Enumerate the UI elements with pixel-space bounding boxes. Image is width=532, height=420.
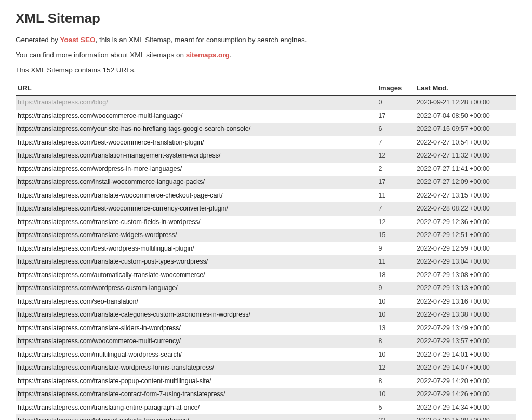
- url-count-line: This XML Sitemap contains 152 URLs.: [16, 66, 516, 74]
- sitemap-url-link[interactable]: https://translatepress.com/install-wooco…: [18, 178, 205, 186]
- sitemap-url-link[interactable]: https://translatepress.com/translate-woo…: [18, 192, 223, 199]
- lastmod-cell: 2022-07-29 13:08 +00:00: [415, 269, 516, 282]
- url-cell: https://translatepress.com/translate-sli…: [16, 322, 376, 335]
- images-cell: 10: [376, 295, 415, 309]
- url-cell: https://translatepress.com/your-site-has…: [16, 123, 376, 136]
- lastmod-cell: 2022-07-28 08:22 +00:00: [415, 202, 516, 216]
- table-row: https://translatepress.com/woocommerce-m…: [16, 335, 516, 348]
- url-cell: https://translatepress.com/blog/: [16, 96, 376, 110]
- sitemap-url-link[interactable]: https://translatepress.com/automatically…: [18, 271, 205, 279]
- lastmod-cell: 2022-07-29 14:07 +00:00: [415, 361, 516, 375]
- table-row: https://translatepress.com/wordpress-in-…: [16, 163, 516, 176]
- sitemap-url-link[interactable]: https://translatepress.com/your-site-has…: [18, 125, 250, 133]
- lastmod-cell: 2022-07-29 14:20 +00:00: [415, 375, 516, 388]
- generated-prefix: Generated by: [16, 36, 60, 44]
- images-cell: 12: [376, 149, 415, 163]
- lastmod-cell: 2022-07-29 15:08 +00:00: [415, 414, 516, 420]
- images-cell: 15: [376, 229, 415, 242]
- sitemap-url-link[interactable]: https://translatepress.com/seo-translati…: [18, 298, 138, 305]
- lastmod-cell: 2022-07-27 12:09 +00:00: [415, 176, 516, 189]
- sitemap-url-link[interactable]: https://translatepress.com/woocommerce-m…: [18, 112, 183, 120]
- sitemap-table: URL Images Last Mod. https://translatepr…: [16, 81, 516, 420]
- url-cell: https://translatepress.com/translation-m…: [16, 149, 376, 163]
- sitemap-url-link[interactable]: https://translatepress.com/wordpress-in-…: [18, 165, 182, 173]
- lastmod-cell: 2022-07-27 11:41 +00:00: [415, 163, 516, 176]
- moreinfo-line: You can find more information about XML …: [16, 51, 516, 59]
- table-row: https://translatepress.com/translate-sli…: [16, 322, 516, 335]
- images-cell: 0: [376, 96, 415, 110]
- generated-by-line: Generated by Yoast SEO, this is an XML S…: [16, 36, 516, 44]
- table-header-row: URL Images Last Mod.: [16, 81, 516, 96]
- sitemap-url-link[interactable]: https://translatepress.com/blog/: [18, 99, 108, 106]
- header-lastmod: Last Mod.: [415, 81, 516, 96]
- table-row: https://translatepress.com/bilingual-web…: [16, 414, 516, 420]
- images-cell: 2: [376, 163, 415, 176]
- yoast-seo-link[interactable]: Yoast SEO: [60, 36, 96, 44]
- moreinfo-prefix: You can find more information about XML …: [16, 51, 186, 59]
- lastmod-cell: 2022-07-29 14:26 +00:00: [415, 388, 516, 401]
- table-row: https://translatepress.com/translate-wor…: [16, 361, 516, 375]
- url-cell: https://translatepress.com/multilingual-…: [16, 348, 376, 362]
- images-cell: 8: [376, 335, 415, 348]
- images-cell: 6: [376, 123, 415, 136]
- table-row: https://translatepress.com/translate-woo…: [16, 189, 516, 203]
- sitemap-url-link[interactable]: https://translatepress.com/best-woocomme…: [18, 139, 204, 146]
- url-cell: https://translatepress.com/seo-translati…: [16, 295, 376, 309]
- sitemap-url-link[interactable]: https://translatepress.com/translate-cat…: [18, 311, 250, 318]
- sitemap-url-link[interactable]: https://translatepress.com/bilingual-web…: [18, 417, 189, 420]
- lastmod-cell: 2022-07-27 11:32 +00:00: [415, 149, 516, 163]
- lastmod-cell: 2022-07-27 10:54 +00:00: [415, 136, 516, 150]
- sitemap-url-link[interactable]: https://translatepress.com/translate-cus…: [18, 218, 201, 226]
- sitemap-url-link[interactable]: https://translatepress.com/best-woocomme…: [18, 205, 228, 212]
- images-cell: 12: [376, 361, 415, 375]
- url-cell: https://translatepress.com/woocommerce-m…: [16, 335, 376, 348]
- lastmod-cell: 2022-07-29 13:13 +00:00: [415, 282, 516, 295]
- sitemap-url-link[interactable]: https://translatepress.com/translate-pop…: [18, 377, 211, 385]
- page-title: XML Sitemap: [16, 10, 516, 27]
- lastmod-cell: 2022-07-29 12:36 +00:00: [415, 216, 516, 229]
- url-cell: https://translatepress.com/translate-woo…: [16, 189, 376, 203]
- url-cell: https://translatepress.com/install-wooco…: [16, 176, 376, 189]
- sitemap-url-link[interactable]: https://translatepress.com/translate-wid…: [18, 231, 177, 239]
- images-cell: 18: [376, 269, 415, 282]
- table-row: https://translatepress.com/translate-cus…: [16, 216, 516, 229]
- lastmod-cell: 2022-07-29 13:49 +00:00: [415, 322, 516, 335]
- sitemap-url-link[interactable]: https://translatepress.com/woocommerce-m…: [18, 337, 181, 345]
- url-cell: https://translatepress.com/best-woocomme…: [16, 136, 376, 150]
- images-cell: 8: [376, 375, 415, 388]
- sitemap-url-link[interactable]: https://translatepress.com/translate-con…: [18, 390, 225, 398]
- sitemap-url-link[interactable]: https://translatepress.com/translating-e…: [18, 404, 200, 411]
- generated-suffix: , this is an XML Sitemap, meant for cons…: [96, 36, 307, 44]
- table-row: https://translatepress.com/translate-cus…: [16, 255, 516, 269]
- table-row: https://translatepress.com/automatically…: [16, 269, 516, 282]
- table-row: https://translatepress.com/your-site-has…: [16, 123, 516, 136]
- url-cell: https://translatepress.com/translate-pop…: [16, 375, 376, 388]
- lastmod-cell: 2022-07-29 14:01 +00:00: [415, 348, 516, 362]
- url-cell: https://translatepress.com/wordpress-in-…: [16, 163, 376, 176]
- sitemap-url-link[interactable]: https://translatepress.com/translation-m…: [18, 152, 220, 159]
- sitemaps-org-link[interactable]: sitemaps.org: [186, 51, 230, 59]
- lastmod-cell: 2022-07-27 13:15 +00:00: [415, 189, 516, 203]
- sitemap-url-link[interactable]: https://translatepress.com/best-wordpres…: [18, 245, 194, 252]
- url-cell: https://translatepress.com/translate-cat…: [16, 308, 376, 322]
- sitemap-url-link[interactable]: https://translatepress.com/wordpress-cus…: [18, 284, 178, 292]
- lastmod-cell: 2022-07-29 12:59 +00:00: [415, 242, 516, 256]
- table-row: https://translatepress.com/seo-translati…: [16, 295, 516, 309]
- images-cell: 7: [376, 202, 415, 216]
- url-cell: https://translatepress.com/automatically…: [16, 269, 376, 282]
- url-cell: https://translatepress.com/wordpress-cus…: [16, 282, 376, 295]
- url-cell: https://translatepress.com/translate-wor…: [16, 361, 376, 375]
- sitemap-url-link[interactable]: https://translatepress.com/translate-wor…: [18, 364, 214, 371]
- url-cell: https://translatepress.com/best-woocomme…: [16, 202, 376, 216]
- sitemap-url-link[interactable]: https://translatepress.com/multilingual-…: [18, 351, 182, 358]
- table-row: https://translatepress.com/translate-wid…: [16, 229, 516, 242]
- sitemap-url-link[interactable]: https://translatepress.com/translate-cus…: [18, 258, 208, 265]
- lastmod-cell: 2022-07-29 13:57 +00:00: [415, 335, 516, 348]
- lastmod-cell: 2022-07-29 14:34 +00:00: [415, 401, 516, 415]
- url-cell: https://translatepress.com/translating-e…: [16, 401, 376, 415]
- lastmod-cell: 2022-07-15 09:57 +00:00: [415, 123, 516, 136]
- lastmod-cell: 2022-07-29 13:38 +00:00: [415, 308, 516, 322]
- sitemap-url-link[interactable]: https://translatepress.com/translate-sli…: [18, 324, 181, 332]
- table-row: https://translatepress.com/best-woocomme…: [16, 136, 516, 150]
- table-row: https://translatepress.com/translate-cat…: [16, 308, 516, 322]
